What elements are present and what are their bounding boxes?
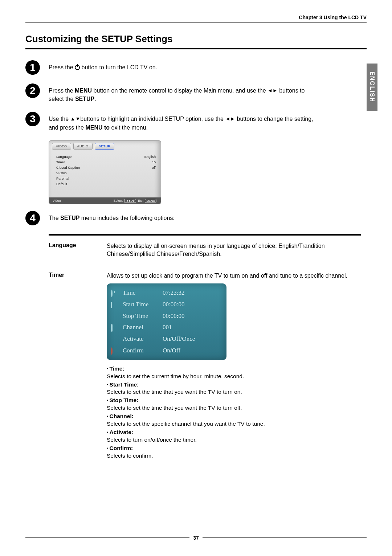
footer-rule [203, 537, 367, 538]
timer-osd: Time07:23:32 Start Time00:00:00 Stop Tim… [107, 283, 226, 360]
timer-value: 00:00:00 [163, 312, 184, 320]
header-rule [25, 23, 367, 23]
bullet-title: Channel: [110, 413, 134, 419]
timer-row: Start Time00:00:00 [111, 299, 222, 310]
osd-label: Closed Caption [56, 165, 80, 169]
option-label: Language [49, 242, 107, 258]
timer-row: Stop Time00:00:00 [111, 310, 222, 322]
bullet: ▪Stop Time:Selects to set the time that … [107, 397, 361, 412]
step-number: 3 [25, 112, 40, 126]
osd-row: Default [56, 181, 156, 187]
step-number: 2 [25, 83, 40, 98]
bullet-square-icon: ▪ [107, 367, 108, 371]
bullet: ▪Start Time:Selects to set the time that… [107, 381, 361, 396]
text: buttons to highlight an individual SETUP… [80, 116, 225, 122]
page-title: Customizing the SETUP Settings [25, 33, 367, 45]
step-text: The SETUP menu includes the following op… [49, 211, 175, 222]
osd-row: Timer15 [56, 159, 156, 165]
bullet-square-icon: ▪ [107, 446, 108, 450]
step-1: 1 Press the button to turn the LCD TV on… [25, 60, 367, 75]
osd-label: Language [56, 155, 72, 159]
footer-rule [25, 537, 189, 538]
menu-button-icon: MENU [145, 199, 156, 203]
text: Use the [49, 116, 70, 122]
osd-footer-controls: Select ◄►/✥ Exit MENU [114, 199, 157, 203]
clock-icon [111, 290, 113, 297]
option-body: Allows to set up clock and to program th… [107, 272, 361, 460]
timer-label: Time [123, 289, 163, 297]
osd-footer-select-label: Select [114, 199, 123, 203]
step-text: Press the MENU button on the remote cont… [49, 83, 317, 103]
option-desc: Selects to display all on-screen menus i… [107, 242, 361, 258]
step-3: 3 Use the ▲▼buttons to highlight an indi… [25, 112, 367, 131]
step-4: 4 The SETUP menu includes the following … [25, 211, 367, 225]
bullet-desc: Selects to set the time that you want th… [107, 405, 242, 411]
text: Press the [49, 87, 75, 94]
osd-row: LanguageEnglish [56, 154, 156, 159]
timer-row: ActivateOn/Off/Once [111, 333, 222, 345]
osd-setup-menu: VIDEO AUDIO SETUP LanguageEnglish Timer1… [49, 140, 161, 204]
timer-label: Start Time [123, 300, 163, 309]
text-bold: MENU to [85, 124, 110, 131]
language-side-tab: ENGLISH [367, 64, 377, 111]
chapter-heading: Chapter 3 Using the LCD TV [25, 15, 367, 23]
step-number: 1 [25, 60, 40, 75]
option-timer-row: Timer Allows to set up clock and to prog… [49, 265, 361, 466]
bullet-title: Confirm: [110, 445, 133, 451]
osd-tab-setup: SETUP [95, 143, 115, 150]
text: . [94, 96, 96, 102]
timer-label: Channel [123, 323, 163, 332]
osd-row: V-Chip [56, 170, 156, 176]
left-right-arrows-icon: ◄► [268, 87, 278, 93]
option-label: Timer [49, 272, 107, 460]
channel-icon [111, 324, 113, 332]
bullet-desc: Selects to set the specific channel that… [107, 421, 265, 427]
osd-tabs: VIDEO AUDIO SETUP [49, 141, 161, 152]
osd-value: off [152, 165, 156, 169]
up-down-arrows-icon: ▲▼ [70, 116, 81, 122]
osd-value: English [144, 155, 156, 159]
option-desc: Allows to set up clock and to program th… [107, 272, 361, 280]
bullet-desc: Selects to set the time that you want th… [107, 389, 242, 395]
bullet-square-icon: ▪ [107, 414, 108, 418]
bullet: ▪Confirm:Selects to confirm. [107, 445, 361, 460]
osd-label: Default [56, 182, 67, 186]
osd-footer-source: Video [53, 199, 61, 203]
text: Press the [49, 64, 75, 70]
confirm-icon [111, 347, 113, 355]
osd-value: 15 [152, 160, 156, 164]
power-icon [75, 65, 80, 70]
bullet-title: Time: [110, 365, 124, 372]
option-language-row: Language Selects to display all on-scree… [49, 236, 361, 265]
osd-label: Timer [56, 160, 65, 164]
osd-label: V-Chip [56, 171, 67, 175]
page-number: 37 [189, 535, 203, 541]
title-rule [25, 48, 367, 49]
bullet-square-icon: ▪ [107, 383, 108, 387]
bullet-desc: Selects to set the current time by hour,… [107, 373, 244, 379]
timer-label: Stop Time [123, 312, 163, 320]
options-table: Language Selects to display all on-scree… [49, 234, 361, 466]
osd-label: Parental [56, 176, 69, 180]
bullet-title: Activate: [110, 429, 133, 435]
text-bold: SETUP [60, 215, 79, 221]
osd-footer: Video Select ◄►/✥ Exit MENU [49, 197, 161, 204]
text: menu includes the following options: [79, 215, 175, 221]
bullet-desc: Selects to confirm. [107, 453, 153, 459]
osd-row: Parental [56, 176, 156, 181]
text: exit the menu. [110, 124, 148, 131]
text-bold: SETUP [75, 96, 94, 102]
timer-label: Activate [123, 335, 163, 343]
osd-row: Closed Captionoff [56, 165, 156, 170]
text: button on the remote control to display … [92, 87, 268, 94]
timer-value: On/Off/Once [163, 335, 195, 343]
bullet-title: Start Time: [110, 381, 139, 388]
timer-bullet-list: ▪Time:Selects to set the current time by… [107, 365, 361, 460]
nav-arrows-icon: ◄►/✥ [124, 199, 136, 203]
start-flag-icon [111, 302, 112, 308]
text: The [49, 215, 60, 221]
text-bold: MENU [75, 87, 92, 94]
bullet-title: Stop Time: [110, 397, 139, 403]
timer-label: Confirm [123, 346, 163, 355]
timer-value: 001 [163, 323, 172, 332]
